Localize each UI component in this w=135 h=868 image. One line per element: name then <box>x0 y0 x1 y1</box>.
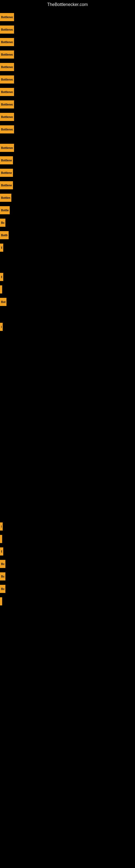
bar-label: B <box>1 246 2 249</box>
bar-item: Bottleneck resu <box>0 125 14 133</box>
bar-label: Bottleneck resu <box>1 78 13 81</box>
bar-label: Bottlene <box>1 209 9 212</box>
bar-item: Bo <box>0 560 5 568</box>
bar-label: Bo <box>1 575 4 578</box>
bar-label: Bottleneck resu <box>1 66 13 69</box>
bar-label: Bottleneck resu <box>1 41 13 44</box>
bar-item: Bottleneck r <box>0 194 11 202</box>
bar-item: Bottleneck resu <box>0 26 14 34</box>
bar-label: Bottler <box>1 234 8 237</box>
bar-label: Bo <box>1 221 4 224</box>
bar-label: Bottleneck re <box>1 159 12 162</box>
bar-label: Bottleneck r <box>1 196 10 199</box>
bar-label: Bo <box>1 563 4 565</box>
bar-item: Bottleneck resu <box>0 75 14 84</box>
bar-item: Bottleneck rest <box>0 144 14 152</box>
bar-label: Bottleneck re <box>1 172 12 175</box>
bar-item: Bottleneck resu <box>0 63 14 71</box>
page-wrapper: TheBottlenecker.com Bottleneck resuBottl… <box>0 0 135 868</box>
bars-container: Bottleneck resuBottleneck resuBottleneck… <box>0 9 135 868</box>
bar-item: Bottleneck resu <box>0 88 14 96</box>
bar-label: B <box>1 276 2 279</box>
bar-label: B <box>1 550 2 553</box>
bar-item: | <box>0 597 2 606</box>
bar-label: Bottleneck re <box>1 184 12 187</box>
bar-label: Bottleneck resu <box>1 116 13 119</box>
bar-item: Bottleneck re <box>0 156 13 164</box>
bar-label: Bo <box>1 588 4 590</box>
bar-label: Bottleneck rest <box>1 147 13 150</box>
bar-item: Bo <box>0 219 5 227</box>
bar-item: Bo <box>0 585 5 593</box>
bar-item: | <box>0 535 2 543</box>
bar-item: E <box>0 522 3 531</box>
bar-item: Bottleneck resu <box>0 13 14 21</box>
bar-item: Bottler <box>0 231 9 239</box>
bar-item: B <box>0 273 3 281</box>
bar-label: Bottleneck resu <box>1 103 13 106</box>
bar-item: B <box>0 547 3 556</box>
bar-label: Bottleneck resu <box>1 16 13 19</box>
bar-item: E <box>0 323 3 331</box>
bar-label: E <box>1 525 2 528</box>
bar-label: Bottleneck resu <box>1 128 13 131</box>
bar-item: Bottleneck re <box>0 181 13 189</box>
bar-label: Bott <box>1 301 5 304</box>
bar-item: Bottlene <box>0 206 10 214</box>
bar-item: Bottleneck resu <box>0 38 14 46</box>
bar-item: Bottleneck resu <box>0 100 14 108</box>
bar-item: Bottleneck resu <box>0 51 14 59</box>
bar-label: Bottleneck resu <box>1 28 13 31</box>
bar-label: Bottleneck resu <box>1 91 13 94</box>
bar-item: B <box>0 244 3 252</box>
bar-item: Bottleneck re <box>0 169 13 177</box>
bar-label: E <box>1 326 2 329</box>
bar-label: Bottleneck resu <box>1 53 13 56</box>
site-title: TheBottlenecker.com <box>0 0 135 9</box>
bar-item: Bo <box>0 572 5 581</box>
bar-item: | <box>0 285 2 293</box>
bar-item: Bott <box>0 298 6 306</box>
bar-item: Bottleneck resu <box>0 113 14 121</box>
